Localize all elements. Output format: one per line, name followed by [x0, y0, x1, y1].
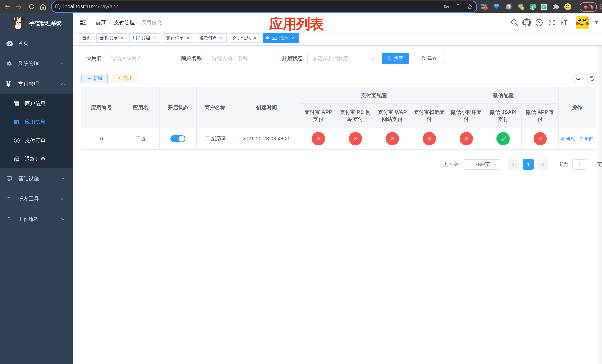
svg-text:1: 1	[522, 7, 523, 10]
svg-text:y: y	[532, 5, 534, 9]
svg-text:10: 10	[484, 6, 487, 10]
